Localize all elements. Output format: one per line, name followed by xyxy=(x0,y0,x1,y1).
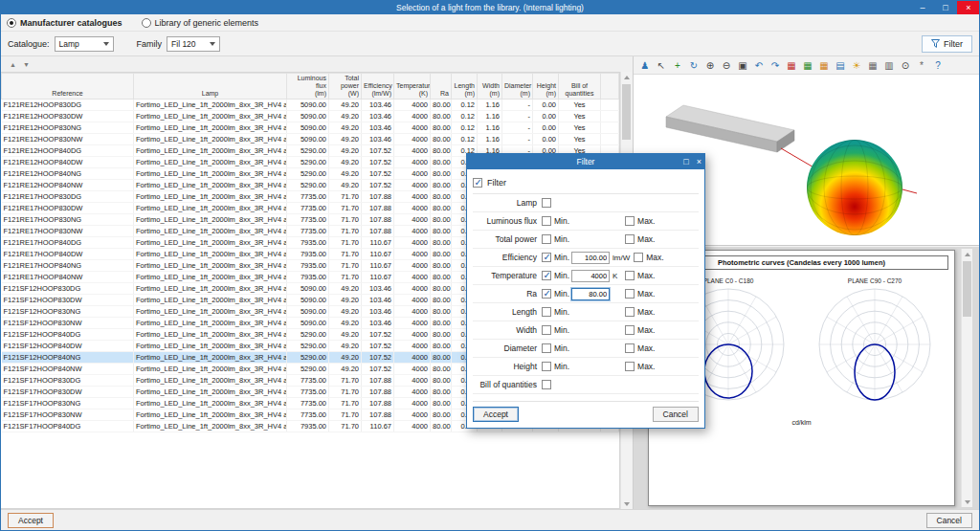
family-select[interactable]: Fil 120 xyxy=(167,36,220,52)
column-header[interactable]: Efficiency (lm/W) xyxy=(362,74,394,100)
radio-library-generic[interactable]: Library of generic elements xyxy=(142,18,259,28)
scroll-down-icon[interactable] xyxy=(621,498,632,509)
efficiency-min-input[interactable] xyxy=(571,252,610,264)
user-icon[interactable]: ♟ xyxy=(637,58,653,73)
table-row[interactable]: F121RE12HOOP830DGFortimo_LED_Line_1ft_20… xyxy=(2,100,619,111)
cancel-button[interactable]: Cancel xyxy=(926,513,972,528)
height-min-checkbox[interactable] xyxy=(542,362,551,371)
temperature-min-checkbox[interactable] xyxy=(542,271,551,280)
accept-button[interactable]: Accept xyxy=(8,513,54,528)
table-cell: 103.46 xyxy=(362,306,394,318)
scroll-track[interactable] xyxy=(962,259,972,497)
sort-descending-button[interactable]: ▼ xyxy=(23,61,30,68)
column-header[interactable]: Temperature (K) xyxy=(394,74,431,100)
efficiency-max-checkbox[interactable] xyxy=(634,253,643,262)
ra-max-checkbox[interactable] xyxy=(625,289,635,299)
help-icon[interactable]: ? xyxy=(930,58,946,73)
next-view-icon[interactable]: ↷ xyxy=(768,58,783,73)
orange-render-mode-icon[interactable]: ▦ xyxy=(816,58,832,73)
scroll-up-icon[interactable] xyxy=(962,249,972,259)
height-max-checkbox[interactable] xyxy=(625,362,635,371)
polar-chart-c90-c270: PLANE C90 - C270 xyxy=(808,277,942,417)
total-power-max-checkbox[interactable] xyxy=(625,234,635,244)
scroll-up-icon[interactable] xyxy=(621,72,632,82)
column-header[interactable]: Height (m) xyxy=(533,74,559,100)
magnifier-icon[interactable]: ⊙ xyxy=(898,58,913,73)
table-cell: 71.70 xyxy=(329,226,362,237)
table-row[interactable]: F121RE12HOOP830DWFortimo_LED_Line_1ft_20… xyxy=(2,111,619,122)
filter-cancel-button[interactable]: Cancel xyxy=(653,407,699,422)
temperature-min-input[interactable] xyxy=(571,270,610,282)
table-cell: Fortimo_LED_Line_1ft_2000lm_8xx_3R_HV4 a… xyxy=(134,122,287,134)
diameter-min-checkbox[interactable] xyxy=(542,343,551,353)
diameter-max-checkbox[interactable] xyxy=(625,343,635,353)
ra-min-input[interactable] xyxy=(571,288,610,300)
table-cell: 0.12 xyxy=(452,111,478,122)
grid-icon[interactable]: ▦ xyxy=(865,58,880,73)
length-max-checkbox[interactable] xyxy=(625,307,635,317)
column-header[interactable]: Total power (W) xyxy=(329,74,362,100)
min-value-slot: K xyxy=(571,270,621,282)
column-header[interactable]: Bill of quantities xyxy=(559,74,601,100)
temperature-max-checkbox[interactable] xyxy=(625,271,635,280)
column-header[interactable]: Lamp xyxy=(134,74,287,100)
green-render-mode-icon[interactable]: ▦ xyxy=(800,58,815,73)
dialog-maximize-button[interactable]: □ xyxy=(683,157,688,166)
table-cell: 103.46 xyxy=(362,283,394,295)
window-titlebar[interactable]: Selection of a light from the library. (… xyxy=(0,0,980,14)
zoom-in-icon[interactable]: ⊕ xyxy=(702,58,718,73)
column-header[interactable]: Reference xyxy=(2,74,134,100)
filter-dialog: Filter □ × Filter LampLuminous fluxMin.M… xyxy=(466,153,705,429)
previous-view-icon[interactable]: ↶ xyxy=(751,58,767,73)
table-cell: Fortimo_LED_Line_1ft_2000lm_8xx_3R_HV4 a… xyxy=(134,168,287,180)
minimize-button[interactable]: – xyxy=(911,0,934,14)
filter-row-label: Total power xyxy=(473,234,542,244)
close-button[interactable]: × xyxy=(957,0,980,14)
length-min-checkbox[interactable] xyxy=(542,307,551,317)
efficiency-min-checkbox[interactable] xyxy=(542,253,551,262)
sort-ascending-button[interactable]: ▲ xyxy=(10,61,16,68)
column-header[interactable]: Width (m) xyxy=(478,74,502,100)
pointer-icon[interactable]: ↖ xyxy=(654,58,669,73)
filter-accept-button[interactable]: Accept xyxy=(473,407,519,422)
luminous-flux-min-checkbox[interactable] xyxy=(542,216,551,226)
luminous-flux-max-checkbox[interactable] xyxy=(625,216,635,226)
report-scrollbar[interactable] xyxy=(961,249,972,507)
zoom-extents-icon[interactable]: ▣ xyxy=(735,58,750,73)
column-header[interactable]: Luminous flux (lm) xyxy=(287,74,329,100)
table-cell: 71.70 xyxy=(329,203,362,214)
ra-min-checkbox[interactable] xyxy=(542,289,551,299)
table-row[interactable]: F121RE12HOOP830NWFortimo_LED_Line_1ft_20… xyxy=(2,134,619,145)
print-icon[interactable]: ▥ xyxy=(881,58,897,73)
rotate-view-icon[interactable]: ↻ xyxy=(686,58,702,73)
table-cell: 0.00 xyxy=(533,122,559,134)
filter-dialog-titlebar[interactable]: Filter □ × xyxy=(467,154,704,169)
scroll-down-icon[interactable] xyxy=(962,497,972,507)
filter-enable-checkbox[interactable]: Filter xyxy=(473,175,699,190)
column-header[interactable]: Ra xyxy=(431,74,452,100)
maximize-button[interactable]: □ xyxy=(934,0,957,14)
settings-icon[interactable]: * xyxy=(914,58,929,73)
red-render-mode-icon[interactable]: ▦ xyxy=(784,58,799,73)
pan-icon[interactable]: + xyxy=(670,58,685,73)
layers-icon[interactable]: ▤ xyxy=(833,58,848,73)
zoom-out-icon[interactable]: ⊖ xyxy=(719,58,734,73)
column-header[interactable]: Length (m) xyxy=(452,74,478,100)
dialog-close-button[interactable]: × xyxy=(697,157,702,166)
width-max-checkbox[interactable] xyxy=(625,325,635,335)
filter-button[interactable]: Filter xyxy=(922,35,972,53)
total-power-min-checkbox[interactable] xyxy=(542,234,551,244)
light-icon[interactable]: ☀ xyxy=(849,58,864,73)
scroll-thumb[interactable] xyxy=(963,261,971,317)
column-header[interactable]: Diameter (m) xyxy=(502,74,533,100)
radio-manufacturer-catalogues[interactable]: Manufacturer catalogues xyxy=(7,18,122,28)
bill-of-quantities-checkbox[interactable] xyxy=(542,380,551,389)
lamp-checkbox[interactable] xyxy=(542,198,551,208)
width-min-checkbox[interactable] xyxy=(542,325,551,335)
scroll-thumb[interactable] xyxy=(622,84,631,140)
catalogue-select[interactable]: Lamp xyxy=(55,36,114,52)
table-row[interactable]: F121RE12HOOP830NGFortimo_LED_Line_1ft_20… xyxy=(2,122,619,134)
filter-row-label: Bill of quantities xyxy=(473,380,542,389)
table-cell: 80.00 xyxy=(431,191,452,203)
min-label: Min. xyxy=(554,307,569,317)
